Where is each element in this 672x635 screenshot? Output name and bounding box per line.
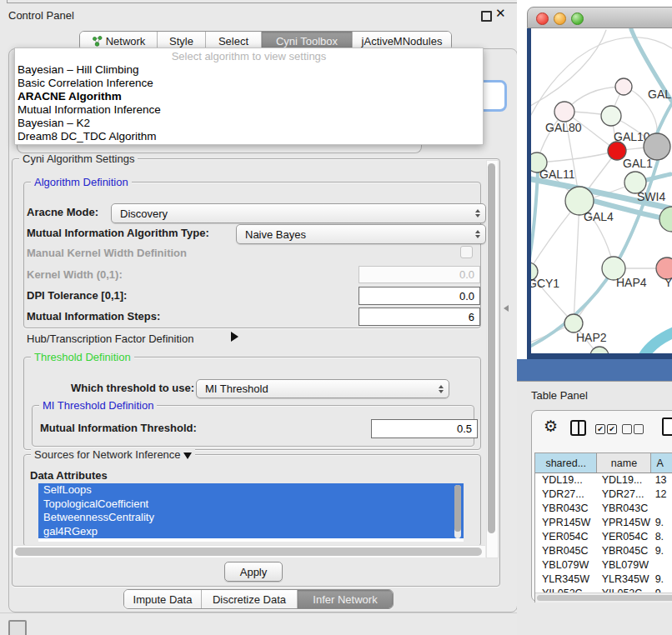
network-canvas-container[interactable]: GAL80GAL10GAL1GAL11SWI4GAL4GCY1HAP4YHAP2… (531, 28, 672, 353)
node-label: GAL80 (545, 121, 582, 134)
data-attribute-item[interactable]: gal4RGexp (38, 525, 464, 539)
top-tick (7, 0, 8, 3)
manual-kernel-checkbox[interactable] (460, 246, 473, 258)
top-divider (7, 2, 517, 3)
network-node[interactable] (659, 207, 672, 232)
data-attribute-item[interactable]: BetweennessCentrality (38, 511, 464, 525)
mi-steps-field[interactable]: 6 (359, 308, 480, 326)
node-label: HAP2 (576, 331, 607, 344)
expand-arrow-icon[interactable] (231, 332, 238, 342)
table-cell: 9. (652, 544, 672, 558)
list-scrollbar[interactable] (454, 485, 461, 538)
network-edge[interactable] (657, 103, 672, 133)
app-window: Control Panel ✕ Network Style Select Cyn… (0, 0, 672, 635)
unchecked-boxes-icon[interactable] (622, 424, 632, 434)
apply-button[interactable]: Apply (224, 562, 283, 582)
node-label: GAL4 (584, 210, 614, 223)
settings-horizontal-scrollbar[interactable] (13, 545, 485, 558)
network-node-hap2[interactable] (564, 314, 583, 332)
data-attribute-item[interactable]: TopologicalCoefficient (38, 498, 464, 512)
table-cell: YBR045C (535, 544, 598, 558)
data-attribute-item[interactable]: SelfLoops (38, 483, 464, 498)
split-pane-collapse-icon[interactable] (504, 305, 509, 312)
table-row[interactable]: YBR045CYBR045C9. (535, 544, 672, 558)
tab-impute-data[interactable]: Impute Data (124, 590, 202, 608)
table-row[interactable]: YPR145WYPR145W9. (535, 516, 672, 530)
network-edge[interactable] (531, 172, 538, 263)
network-canvas: GAL80GAL10GAL1GAL11SWI4GAL4GCY1HAP4YHAP2… (531, 28, 672, 353)
aracne-mode-combo[interactable]: Discovery (111, 203, 486, 223)
network-window-titlebar[interactable] (527, 7, 672, 28)
network-edge[interactable] (643, 332, 672, 353)
tab-discretize-data[interactable]: Discretize Data (202, 590, 298, 608)
network-node[interactable] (615, 78, 632, 95)
algorithm-option[interactable]: Bayesian – K2 (15, 117, 483, 130)
node-attribute-table: shared... name A YDL19...YDL19...13YDR27… (534, 452, 672, 602)
stepper-icon (475, 209, 480, 218)
network-node-gal80[interactable] (554, 102, 574, 122)
mi-threshold-group-title: MI Threshold Definition (39, 399, 157, 412)
table-cell: YLR345W (535, 572, 598, 587)
mi-type-value: Naive Bayes (245, 228, 306, 241)
table-row[interactable]: YDR27...YDR27...12 (535, 488, 672, 502)
table-row[interactable]: YLR345WYLR345W9. (535, 572, 672, 587)
zoom-traffic-light-icon[interactable] (571, 12, 584, 25)
tab-infer-network[interactable]: Infer Network (298, 590, 393, 608)
gear-icon[interactable]: ⚙ (544, 417, 558, 435)
node-label: GAL11 (539, 168, 575, 181)
checked-boxes-icon[interactable]: ✔ (607, 424, 617, 434)
table-cell: YDR27... (535, 488, 598, 502)
algorithm-option[interactable]: Mutual Information Inference (15, 103, 483, 117)
algorithm-option[interactable]: Basic Correlation Inference (15, 77, 483, 90)
network-edge[interactable] (531, 30, 606, 110)
docked-panel-icon[interactable] (8, 620, 27, 635)
algorithm-list: Bayesian – Hill ClimbingBasic Correlatio… (15, 63, 483, 143)
control-panel-title: Control Panel (8, 9, 74, 22)
network-edge[interactable] (537, 151, 617, 162)
column-header-name[interactable]: name (597, 453, 651, 472)
data-attributes-list: SelfLoopsTopologicalCoefficientBetweenne… (38, 483, 464, 542)
table-row[interactable]: YER054CYER054C8. (535, 530, 672, 544)
table-row[interactable]: YBR043CYBR043C (535, 502, 672, 516)
collapse-arrow-icon[interactable] (183, 452, 192, 459)
dpi-tolerance-field[interactable]: 0.0 (359, 287, 480, 305)
mi-type-combo[interactable]: Naive Bayes (236, 224, 486, 244)
table-cell: YBL079W (598, 558, 652, 572)
float-window-icon[interactable] (481, 11, 492, 22)
mi-threshold-field[interactable]: 0.5 (371, 419, 478, 438)
table-cell: YLR345W (598, 572, 652, 587)
algorithm-option[interactable]: Bayesian – Hill Climbing (15, 63, 483, 77)
stepper-icon (475, 230, 480, 238)
network-node-gal10[interactable] (601, 106, 621, 126)
network-node[interactable] (644, 133, 670, 160)
new-table-icon[interactable] (662, 418, 672, 436)
node-label: SWI4 (637, 190, 665, 203)
mi-threshold-label: Mutual Information Threshold: (40, 422, 197, 434)
kernel-width-field[interactable]: 0.0 (359, 266, 480, 283)
table-panel: Table Panel ⚙ ✔ ✔ shared... name A YDL19… (517, 381, 672, 635)
column-header-shared-name[interactable]: shared... (535, 453, 597, 472)
checked-boxes-icon[interactable]: ✔ (595, 424, 605, 434)
split-column-icon[interactable] (570, 420, 586, 436)
table-row[interactable]: YDL19...YDL19...13 (535, 473, 672, 488)
table-cell (652, 558, 672, 572)
unchecked-boxes-icon[interactable] (634, 424, 644, 434)
column-header-partial[interactable]: A (651, 453, 672, 472)
algorithm-option[interactable]: Dream8 DC_TDC Algorithm (15, 130, 483, 143)
close-traffic-light-icon[interactable] (536, 12, 549, 25)
settings-vertical-scrollbar[interactable] (486, 160, 499, 558)
close-icon[interactable]: ✕ (495, 6, 506, 21)
node-label: GAL1 (623, 157, 653, 170)
node-label: GAL (648, 88, 671, 101)
network-edge[interactable] (574, 201, 579, 323)
table-cell: YDL19... (598, 473, 652, 488)
table-cell: 8. (652, 530, 672, 544)
table-cell: YPR145W (535, 516, 598, 530)
table-horizontal-scrollbar[interactable] (535, 592, 672, 602)
minimize-traffic-light-icon[interactable] (554, 12, 566, 25)
algorithm-option[interactable]: ARACNE Algorithm (15, 90, 483, 103)
table-cell: YBR043C (535, 502, 598, 516)
table-row[interactable]: YBL079WYBL079W (535, 558, 672, 572)
which-threshold-combo[interactable]: MI Threshold (196, 379, 449, 398)
which-threshold-value: MI Threshold (205, 382, 268, 395)
